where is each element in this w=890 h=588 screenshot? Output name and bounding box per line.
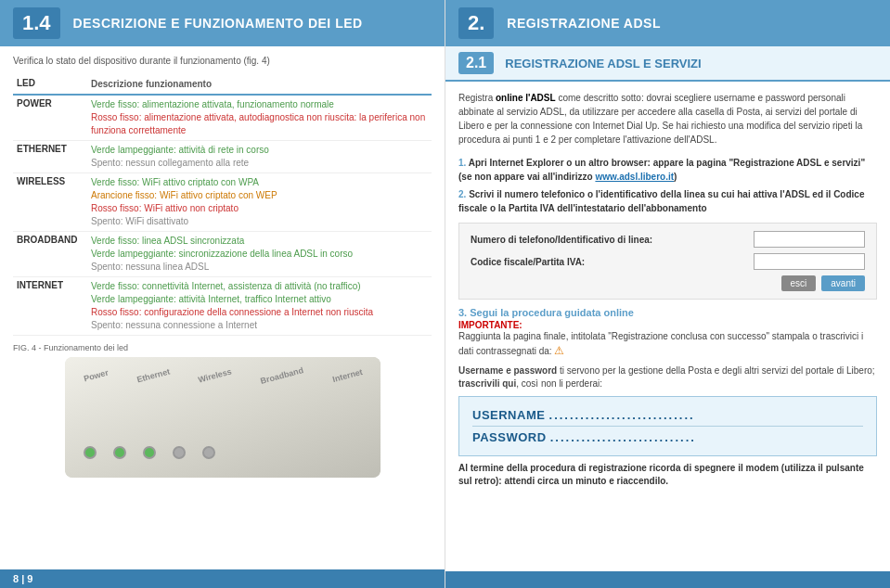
adsl-link: www.adsl.libero.it	[595, 172, 674, 182]
led-desc-broadband: Verde fisso: linea ADSL sincronizzata Ve…	[87, 232, 432, 277]
left-content: Verifica lo stato del dispositivo durant…	[0, 46, 445, 569]
led-label-broadband: BROADBAND	[13, 232, 87, 277]
username-dots: ............................	[549, 408, 695, 422]
table-header-desc: Descrizione funzionamento	[87, 75, 432, 95]
form-label-phone: Numero di telefono/Identificativo di lin…	[471, 235, 652, 245]
form-buttons: esci avanti	[471, 275, 865, 291]
right-content: Registra online l'ADSL come descritto so…	[445, 82, 890, 571]
led-label-power: POWER	[13, 95, 87, 141]
led-label-internet: INTERNET	[13, 277, 87, 336]
led-dot-4	[173, 446, 186, 459]
device-label-broadband: Broadband	[259, 365, 303, 386]
intro-text: Registra online l'ADSL come descritto so…	[458, 91, 877, 147]
device-led-labels: Power Ethernet Wireless Broadband Intern…	[84, 371, 363, 380]
sub-section-title: REGISTRAZIONE ADSL E SERVIZI	[505, 57, 701, 70]
credentials-box: USERNAME ............................ PA…	[458, 396, 877, 456]
led-dot-2	[113, 446, 126, 459]
left-header-title: DESCRIZIONE E FUNZIONAMENTO DEI LED	[73, 16, 363, 31]
form-label-fiscal: Codice fiscale/Partita IVA:	[471, 257, 585, 267]
table-row: POWER Verde fisso: alimentazione attivat…	[13, 95, 432, 141]
led-dot-3	[143, 446, 156, 459]
sub-section-number: 2.1	[458, 52, 494, 74]
led-label-wireless: WIRELESS	[13, 173, 87, 232]
led-desc-power: Verde fisso: alimentazione attivata, fun…	[87, 95, 432, 141]
password-dots: ............................	[550, 430, 696, 444]
form-row-phone: Numero di telefono/Identificativo di lin…	[471, 231, 865, 248]
table-row: WIRELESS Verde fisso: WiFi attivo cripta…	[13, 173, 432, 232]
table-header-led: LED	[13, 75, 87, 95]
led-dot-5	[202, 446, 215, 459]
avanti-button[interactable]: avanti	[821, 275, 865, 291]
password-label: PASSWORD	[472, 430, 547, 444]
phone-input[interactable]	[754, 231, 865, 248]
username-label: USERNAME	[472, 408, 545, 422]
led-desc-wireless: Verde fisso: WiFi attivo criptato con WP…	[87, 173, 432, 232]
fig-label: FIG. 4 - Funzionamento dei led	[13, 343, 432, 352]
form-row-fiscal: Codice fiscale/Partita IVA:	[471, 253, 865, 270]
left-section-number: 1.4	[13, 7, 60, 39]
led-dot-1	[84, 446, 97, 459]
step-2-number: 2.	[458, 189, 469, 199]
led-desc-internet: Verde fisso: connettività Internet, assi…	[87, 277, 432, 336]
device-label-ethernet: Ethernet	[135, 366, 171, 384]
fiscal-input[interactable]	[754, 253, 865, 270]
page-numbers: 8 | 9	[0, 569, 445, 588]
step-1-title: 1. Apri Internet Explorer o un altro bro…	[458, 156, 877, 184]
right-footer	[445, 571, 890, 588]
table-row: INTERNET Verde fisso: connettività Inter…	[13, 277, 432, 336]
right-sub-header: 2.1 REGISTRAZIONE ADSL E SERVIZI	[445, 46, 890, 82]
right-section-number: 2.	[458, 7, 494, 39]
left-subtitle: Verifica lo stato del dispositivo durant…	[13, 56, 432, 66]
right-header: 2. REGISTRAZIONE ADSL	[445, 0, 890, 46]
step-1-number: 1.	[458, 158, 469, 168]
table-row: BROADBAND Verde fisso: linea ADSL sincro…	[13, 232, 432, 277]
steps-section: 1. Apri Internet Explorer o un altro bro…	[458, 156, 877, 215]
table-row: ETHERNET Verde lampeggiante: attività di…	[13, 141, 432, 173]
device-image: Power Ethernet Wireless Broadband Intern…	[65, 357, 381, 478]
led-label-ethernet: ETHERNET	[13, 141, 87, 173]
username-line: USERNAME ............................	[472, 404, 863, 427]
led-table: LED Descrizione funzionamento POWER Verd…	[13, 75, 432, 336]
pre-credentials-text: Username e password ti servono per la ge…	[458, 364, 877, 390]
step-2-title: 2. Scrivi il numero telefonico o l'ident…	[458, 187, 877, 215]
step-3-title: 3. Segui la procedura guidata online	[458, 307, 877, 318]
important-text: Raggiunta la pagina finale, intitolata "…	[458, 330, 877, 359]
esci-button[interactable]: esci	[781, 275, 817, 291]
right-panel: 2. REGISTRAZIONE ADSL 2.1 REGISTRAZIONE …	[445, 0, 890, 588]
final-note: Al termine della procedura di registrazi…	[458, 462, 877, 488]
important-label: IMPORTANTE:	[458, 320, 877, 330]
warning-icon: ⚠	[554, 344, 564, 357]
registration-form: Numero di telefono/Identificativo di lin…	[458, 223, 877, 300]
password-line: PASSWORD ............................	[472, 427, 863, 448]
device-label-power: Power	[83, 368, 110, 384]
left-panel: 1.4 DESCRIZIONE E FUNZIONAMENTO DEI LED …	[0, 0, 445, 588]
device-leds-row	[84, 446, 215, 459]
left-header: 1.4 DESCRIZIONE E FUNZIONAMENTO DEI LED	[0, 0, 445, 46]
device-label-internet: Internet	[331, 367, 363, 384]
led-desc-ethernet: Verde lampeggiante: attività di rete in …	[87, 141, 432, 173]
right-header-title: REGISTRAZIONE ADSL	[507, 16, 661, 31]
device-label-wireless: Wireless	[197, 366, 232, 384]
